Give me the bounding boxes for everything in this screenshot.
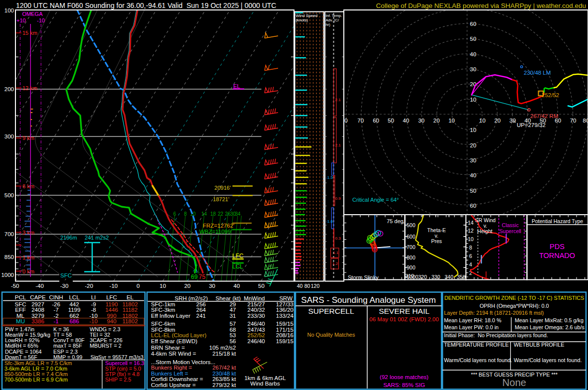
svg-text:20: 20 bbox=[470, 142, 476, 148]
svg-text:Pres: Pres bbox=[431, 238, 442, 244]
svg-text:230/48 LM: 230/48 LM bbox=[524, 70, 551, 76]
svg-text:700-500mb LR = 6.9 C/km: 700-500mb LR = 6.9 C/km bbox=[4, 377, 68, 383]
svg-text:1.1: 1.1 bbox=[333, 251, 339, 255]
svg-text:Inf. Temp.: Inf. Temp. bbox=[326, 13, 342, 18]
svg-text:ESP = 2.3: ESP = 2.3 bbox=[53, 349, 78, 355]
svg-text:3 km: 3 km bbox=[22, 230, 34, 236]
svg-text:SUPERCELL: SUPERCELL bbox=[308, 307, 354, 315]
svg-text:850: 850 bbox=[4, 254, 14, 260]
svg-text:233/30: 233/30 bbox=[248, 313, 265, 319]
svg-text:75 deg: 75 deg bbox=[387, 218, 404, 224]
svg-text:SigSvr = 95577 m3/s3: SigSvr = 95577 m3/s3 bbox=[91, 354, 144, 360]
svg-text:Corfidi Downshear =: Corfidi Downshear = bbox=[151, 376, 203, 382]
svg-text:Initial Phase: No Precipitati: Initial Phase: No Precipitation layers f… bbox=[444, 332, 548, 338]
svg-text:30: 30 bbox=[470, 157, 476, 163]
svg-text:1200 UTC NAM F060 Sounding for: 1200 UTC NAM F060 Sounding for 36.00,-94… bbox=[16, 1, 276, 9]
svg-text:SFC-3km: SFC-3km bbox=[151, 307, 175, 313]
svg-text:6: 6 bbox=[469, 253, 472, 259]
svg-text:4-6km SR Wind =: 4-6km SR Wind = bbox=[151, 351, 196, 357]
svg-text:SARS: 85% SIG: SARS: 85% SIG bbox=[383, 382, 425, 388]
svg-text:70: 70 bbox=[570, 118, 577, 124]
svg-text:241: 241 bbox=[196, 313, 206, 319]
svg-text:DENDRITIC GROWTH ZONE (-12 TO: DENDRITIC GROWTH ZONE (-12 TO -17 C) STA… bbox=[444, 295, 585, 301]
svg-text:20: 20 bbox=[434, 118, 440, 124]
svg-text:-10: -10 bbox=[37, 17, 45, 23]
svg-text:MMP = 0.99: MMP = 0.99 bbox=[53, 354, 82, 360]
svg-text:700: 700 bbox=[4, 231, 14, 237]
svg-text:-26: -26 bbox=[52, 301, 60, 307]
svg-text:-7: -7 bbox=[53, 307, 58, 313]
svg-text:10: 10 bbox=[470, 127, 476, 133]
svg-text:Mean Layer PW: 0.0 in: Mean Layer PW: 0.0 in bbox=[444, 324, 499, 330]
svg-text:80: 80 bbox=[583, 118, 588, 124]
svg-text:WBZ=11099': WBZ=11099' bbox=[199, 229, 232, 235]
svg-text:0 km: 0 km bbox=[22, 268, 34, 274]
svg-text:53: 53 bbox=[230, 332, 236, 338]
svg-text:LCL-EL (Cloud Layer): LCL-EL (Cloud Layer) bbox=[151, 332, 207, 338]
svg-text:10: 10 bbox=[470, 97, 476, 103]
svg-text:10: 10 bbox=[448, 118, 455, 124]
svg-text:Mean Layer MixRat: 0.5 g/kg: Mean Layer MixRat: 0.5 g/kg bbox=[515, 317, 584, 323]
svg-text:100: 100 bbox=[4, 7, 14, 13]
svg-text:68: 68 bbox=[230, 327, 236, 333]
svg-text:60: 60 bbox=[470, 21, 476, 27]
svg-text:10: 10 bbox=[479, 118, 486, 124]
svg-text:-10: -10 bbox=[89, 318, 98, 324]
svg-text:40: 40 bbox=[297, 283, 303, 289]
svg-text:50: 50 bbox=[470, 188, 476, 194]
svg-text:SFC: SFC bbox=[60, 272, 72, 278]
svg-text:18721': 18721' bbox=[213, 196, 229, 202]
svg-text:LowRH = 92%: LowRH = 92% bbox=[5, 337, 40, 343]
svg-text:Eff Shear (EBWD): Eff Shear (EBWD) bbox=[151, 338, 197, 344]
svg-text:LCL: LCL bbox=[69, 294, 80, 300]
svg-text:-40: -40 bbox=[35, 283, 44, 289]
svg-text:FRZ=12762': FRZ=12762' bbox=[203, 223, 234, 229]
svg-text:159/15: 159/15 bbox=[276, 321, 294, 327]
svg-text:ML: ML bbox=[16, 313, 25, 319]
svg-text:686: 686 bbox=[69, 318, 79, 324]
svg-text:50: 50 bbox=[258, 283, 265, 289]
svg-text:11182: 11182 bbox=[123, 307, 138, 313]
svg-text:256: 256 bbox=[196, 301, 206, 307]
svg-text:LI: LI bbox=[91, 294, 96, 300]
svg-text:34: 34 bbox=[235, 211, 241, 217]
svg-text:310: 310 bbox=[405, 273, 414, 279]
svg-text:SHIP = 2.5: SHIP = 2.5 bbox=[105, 377, 131, 383]
svg-text:247/43: 247/43 bbox=[248, 327, 265, 333]
svg-text:Height: Height bbox=[477, 228, 492, 234]
svg-text:30: 30 bbox=[209, 283, 215, 289]
svg-text:-50: -50 bbox=[11, 283, 19, 289]
svg-text:Supercell: Supercell bbox=[499, 228, 521, 234]
svg-text:K = 36: K = 36 bbox=[53, 326, 69, 332]
svg-text:69: 69 bbox=[191, 273, 198, 280]
svg-text:-1.5: -1.5 bbox=[326, 175, 333, 180]
svg-text:0: 0 bbox=[344, 118, 347, 124]
svg-text:Corfidi Upshear =: Corfidi Upshear = bbox=[151, 382, 196, 388]
svg-text:57: 57 bbox=[230, 321, 236, 327]
svg-text:200: 200 bbox=[4, 86, 14, 92]
svg-text:40: 40 bbox=[470, 172, 476, 178]
svg-text:1 km: 1 km bbox=[22, 255, 34, 260]
svg-text:30: 30 bbox=[470, 66, 476, 72]
svg-text:...Storm Motion Vectors...: ...Storm Motion Vectors... bbox=[151, 359, 215, 365]
svg-text:10: 10 bbox=[468, 236, 474, 242]
svg-text:60: 60 bbox=[470, 203, 476, 209]
svg-text:246/40: 246/40 bbox=[248, 321, 265, 327]
svg-text:12 km: 12 km bbox=[22, 85, 37, 91]
svg-text:TORNADO: TORNADO bbox=[539, 252, 575, 260]
svg-text:Mean Layer RH: 18.0 %: Mean Layer RH: 18.0 % bbox=[444, 317, 502, 323]
svg-text:171/15: 171/15 bbox=[276, 327, 294, 333]
svg-text:105 m2/s2: 105 m2/s2 bbox=[209, 345, 236, 351]
svg-text:127/33: 127/33 bbox=[276, 301, 294, 307]
svg-text:56: 56 bbox=[230, 338, 236, 344]
svg-text:(92 loose matches): (92 loose matches) bbox=[380, 374, 429, 380]
svg-text:-20: -20 bbox=[85, 283, 93, 289]
svg-text:LCL: LCL bbox=[232, 263, 243, 270]
svg-text:20916': 20916' bbox=[214, 185, 231, 191]
svg-text:267/42 RM: 267/42 RM bbox=[530, 113, 558, 119]
svg-text:40: 40 bbox=[403, 118, 409, 124]
svg-text:12: 12 bbox=[468, 228, 474, 234]
svg-text:MidRH = 65%: MidRH = 65% bbox=[5, 343, 38, 349]
svg-text:500: 500 bbox=[407, 222, 416, 228]
svg-text:WNDG = 2.3: WNDG = 2.3 bbox=[90, 326, 121, 332]
